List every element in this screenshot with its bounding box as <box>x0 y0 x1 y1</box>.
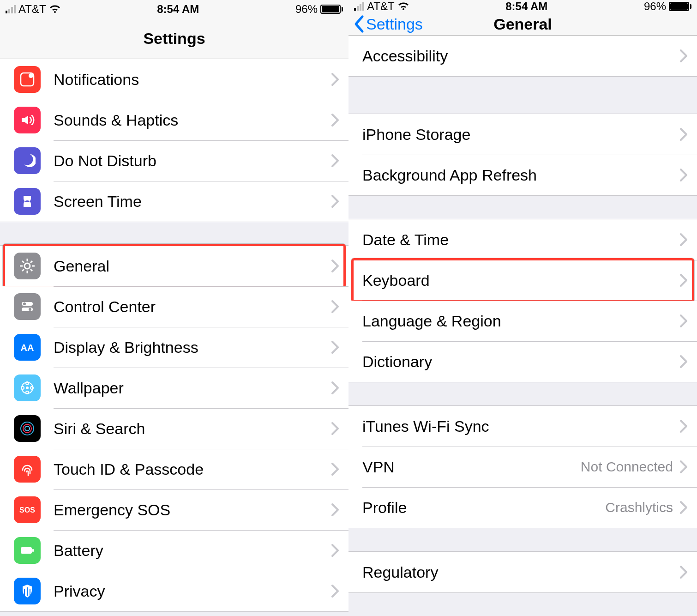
row-general[interactable]: General <box>0 246 348 286</box>
signal-icon <box>6 5 16 13</box>
row-control-center[interactable]: Control Center <box>0 286 348 327</box>
chevron-right-icon <box>331 503 339 517</box>
chevron-right-icon <box>331 381 339 395</box>
svg-point-17 <box>26 387 29 389</box>
touchid-icon <box>14 456 41 483</box>
row-privacy[interactable]: Privacy <box>0 571 348 611</box>
general-group: Accessibility <box>348 36 697 77</box>
row-label: iPhone Storage <box>362 126 679 144</box>
back-button[interactable]: Settings <box>353 13 423 35</box>
chevron-right-icon <box>331 259 339 273</box>
chevron-right-icon <box>679 460 688 474</box>
row-screen-time[interactable]: Screen Time <box>0 181 348 222</box>
row-label: Touch ID & Passcode <box>54 460 331 478</box>
row-label: Language & Region <box>362 312 679 330</box>
row-keyboard[interactable]: Keyboard <box>348 260 697 301</box>
battery-fill <box>322 6 339 12</box>
row-label: Accessibility <box>362 47 679 65</box>
wallpaper-icon <box>14 374 41 401</box>
row-vpn[interactable]: VPNNot Connected <box>348 447 697 487</box>
row-iphone-storage[interactable]: iPhone Storage <box>348 114 697 155</box>
carrier-label: AT&T <box>18 3 46 16</box>
group-gap <box>348 77 697 114</box>
signal-icon <box>354 2 364 11</box>
row-label: Dictionary <box>362 353 679 371</box>
row-label: iTunes Wi-Fi Sync <box>362 417 679 435</box>
row-label: VPN <box>362 458 581 476</box>
chevron-right-icon <box>679 314 688 328</box>
sounds-icon <box>14 107 41 133</box>
general-group: Regulatory <box>348 551 697 593</box>
svg-line-10 <box>30 261 32 263</box>
row-touch-id-passcode[interactable]: Touch ID & Passcode <box>0 449 348 489</box>
chevron-right-icon <box>331 544 339 557</box>
row-label: Date & Time <box>362 231 679 249</box>
chevron-right-icon <box>331 113 339 127</box>
status-bar: AT&T 8:54 AM 96% <box>348 0 697 13</box>
row-battery[interactable]: Battery <box>0 530 348 571</box>
row-display-brightness[interactable]: AADisplay & Brightness <box>0 327 348 368</box>
screentime-icon <box>14 188 41 215</box>
wifi-icon <box>397 2 409 11</box>
row-label: Control Center <box>54 298 331 316</box>
row-language-region[interactable]: Language & Region <box>348 301 697 341</box>
battery-icon <box>320 5 343 14</box>
settings-screen: AT&T 8:54 AM 96% Settings NotificationsS… <box>0 0 348 616</box>
row-label: Notifications <box>54 71 331 89</box>
general-group: iTunes Wi-Fi SyncVPNNot ConnectedProfile… <box>348 405 697 528</box>
row-label: Sounds & Haptics <box>54 111 331 129</box>
battery-icon <box>14 537 41 564</box>
controlcenter-icon <box>14 293 41 320</box>
svg-point-18 <box>26 382 29 385</box>
general-list[interactable]: AccessibilityiPhone StorageBackground Ap… <box>348 36 697 616</box>
notifications-icon <box>14 66 41 93</box>
gear-icon <box>14 253 41 279</box>
row-sounds-haptics[interactable]: Sounds & Haptics <box>0 100 348 140</box>
row-dictionary[interactable]: Dictionary <box>348 341 697 382</box>
chevron-right-icon <box>331 194 339 208</box>
display-icon: AA <box>14 334 41 361</box>
row-date-time[interactable]: Date & Time <box>348 219 697 260</box>
chevron-right-icon <box>679 355 688 368</box>
chevron-right-icon <box>679 501 688 514</box>
chevron-right-icon <box>679 419 688 433</box>
battery-icon <box>669 2 691 11</box>
settings-list[interactable]: NotificationsSounds & HapticsDo Not Dist… <box>0 59 348 612</box>
group-gap <box>0 222 348 245</box>
chevron-right-icon <box>679 127 688 141</box>
row-background-app-refresh[interactable]: Background App Refresh <box>348 155 697 195</box>
chevron-right-icon <box>679 233 688 247</box>
svg-point-19 <box>26 391 29 394</box>
settings-group: NotificationsSounds & HapticsDo Not Dist… <box>0 59 348 222</box>
battery-fill <box>670 3 688 10</box>
svg-text:AA: AA <box>21 343 34 353</box>
row-itunes-wi-fi-sync[interactable]: iTunes Wi-Fi Sync <box>348 406 697 447</box>
chevron-right-icon <box>679 273 688 287</box>
row-wallpaper[interactable]: Wallpaper <box>0 368 348 408</box>
row-label: Battery <box>54 542 331 560</box>
row-label: Wallpaper <box>54 379 331 397</box>
svg-line-7 <box>22 261 24 263</box>
row-siri-search[interactable]: Siri & Search <box>0 408 348 449</box>
row-accessibility[interactable]: Accessibility <box>348 36 697 76</box>
row-label: Screen Time <box>54 193 331 211</box>
row-label: Regulatory <box>362 563 679 581</box>
svg-point-2 <box>24 263 30 269</box>
row-do-not-disturb[interactable]: Do Not Disturb <box>0 140 348 181</box>
wifi-icon <box>49 5 61 14</box>
row-profile[interactable]: ProfileCrashlytics <box>348 487 697 528</box>
row-notifications[interactable]: Notifications <box>0 59 348 100</box>
row-value: Not Connected <box>581 459 673 475</box>
row-regulatory[interactable]: Regulatory <box>348 552 697 592</box>
battery-pct: 96% <box>644 0 666 13</box>
svg-line-8 <box>30 269 32 271</box>
row-label: General <box>54 257 331 275</box>
svg-point-1 <box>29 73 33 78</box>
svg-point-21 <box>30 387 33 389</box>
status-bar: AT&T 8:54 AM 96% <box>0 0 348 18</box>
chevron-right-icon <box>679 49 688 63</box>
back-label: Settings <box>366 15 423 33</box>
row-emergency-sos[interactable]: SOSEmergency SOS <box>0 489 348 530</box>
clock: 8:54 AM <box>505 0 547 13</box>
chevron-right-icon <box>679 565 688 579</box>
